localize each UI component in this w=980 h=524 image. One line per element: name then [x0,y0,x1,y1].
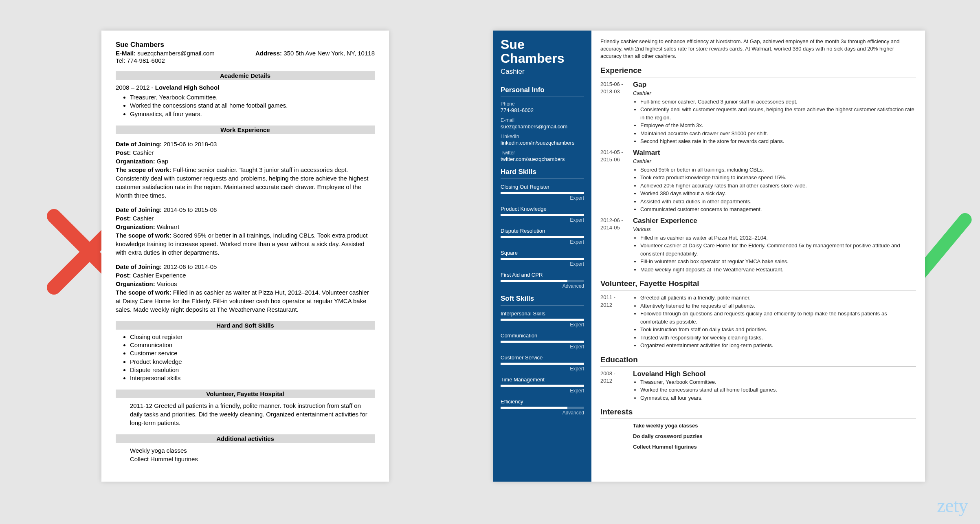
email-line: E-Mail: suezqchambers@gmail.com [116,50,215,57]
section-volunteer: Volunteer, Fayette Hospital [116,390,375,398]
head-interests: Interests [600,407,916,419]
tel-line: Tel: 774-981-6002 [116,57,375,64]
twitter-value: twitter.com/suezqchambers [501,156,584,162]
job-walmart: Date of Joining: 2014-05 to 2015-06 Post… [116,205,375,257]
head-volunteer: Volunteer, Fayette Hospital [600,279,916,291]
skill-item: Product KnowledgeExpert [501,206,584,223]
skill-item: CommunicationExpert [501,332,584,350]
experience-entry: 2015-06 -2018-03GapCashierFull-time seni… [600,81,916,145]
sidebar-head-personal: Personal Info [501,86,584,97]
phone-value: 774-981-6002 [501,107,584,113]
academic-line: 2008 – 2012 - Loveland High School [116,83,375,92]
volunteer-entry: 2011 -2012 Greeted all patients in a fri… [600,294,916,350]
experience-entry: 2012-06 -2014-05Cashier ExperienceVariou… [600,217,916,274]
phone-label: Phone [501,101,584,107]
skill-item: Interpersonal SkillsExpert [501,310,584,328]
resume-bad: Sue Chambers E-Mail: suezqchambers@gmail… [101,31,389,482]
sidebar-head-soft: Soft Skills [501,295,584,306]
name-last: Chambers [501,52,584,66]
twitter-label: Twitter [501,150,584,156]
additional-1: Weekly yoga classes [130,446,375,455]
name: Sue Chambers [116,41,375,49]
skill-item: Time ManagementExpert [501,376,584,394]
interests-list: Take weekly yoga classes Do daily crossw… [633,421,916,452]
section-work: Work Experience [116,125,375,134]
skill-item: Dispute ResolutionExpert [501,228,584,245]
skill-item: First Aid and CPRAdvanced [501,272,584,289]
summary: Friendly cashier seeking to enhance effi… [600,38,916,60]
section-academic: Academic Details [116,71,375,80]
job-various: Date of Joining: 2012-06 to 2014-05 Post… [116,262,375,314]
job-gap: Date of Joining: 2015-06 to 2018-03 Post… [116,140,375,200]
head-education: Education [600,355,916,367]
zety-logo: zety [937,494,968,517]
education-entry: 2008 -2012 Loveland High SchoolTreasurer… [600,370,916,402]
additional-2: Collect Hummel figurines [130,455,375,463]
sidebar: Sue Chambers Cashier Personal Info Phone… [493,31,591,482]
name-first: Sue [501,38,584,52]
head-experience: Experience [600,66,916,77]
skill-item: Closing Out RegisterExpert [501,184,584,201]
volunteer-text: 2011-12 Greeted all patients in a friend… [130,401,375,427]
skills-bullets: Closing out registerCommunicationCustome… [130,333,375,383]
address-line: Address: 350 5th Ave New York, NY, 10118 [255,50,375,57]
skill-item: Customer ServiceExpert [501,354,584,372]
skill-item: EfficiencyAdvanced [501,399,584,416]
linkedin-label: LinkedIn [501,134,584,139]
sidebar-head-hard: Hard Skills [501,168,584,179]
linkedin-value: linkedin.com/in/suezqchambers [501,140,584,146]
skill-item: SquareExpert [501,250,584,267]
section-skills: Hard and Soft Skills [116,321,375,330]
job-title: Cashier [501,68,584,80]
email-label: E-mail [501,117,584,123]
resume-good: Sue Chambers Cashier Personal Info Phone… [493,31,925,482]
main-content: Friendly cashier seeking to enhance effi… [591,31,925,482]
academic-bullets: Treasurer, Yearbook Committee. Worked th… [130,93,375,118]
section-additional: Additional activities [116,434,375,443]
experience-entry: 2014-05 -2015-06WalmartCashierScored 95%… [600,149,916,214]
email-value: suezqchambers@gmail.com [501,123,584,130]
